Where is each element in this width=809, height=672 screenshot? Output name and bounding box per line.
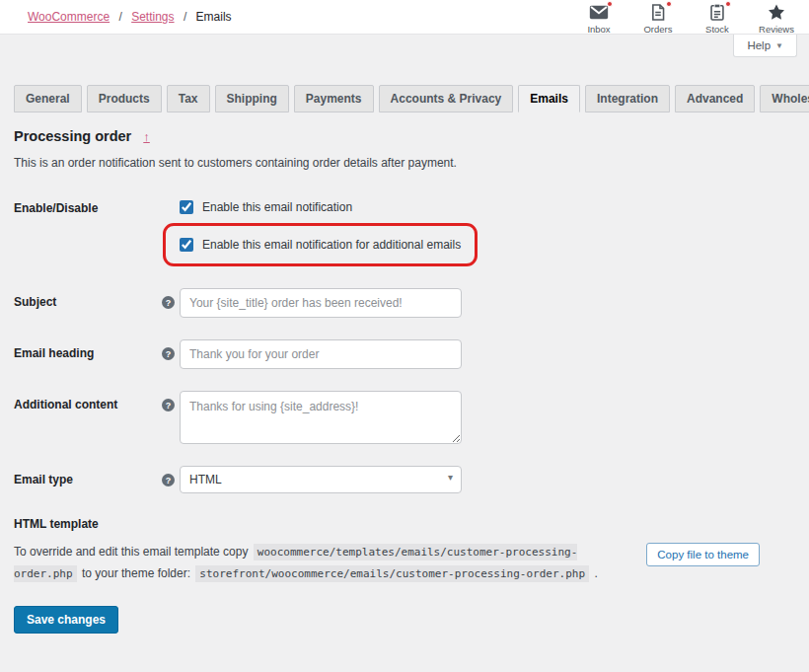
settings-tabs: General Products Tax Shipping Payments A… (14, 85, 795, 112)
template-text-1: To override and edit this email template… (14, 545, 248, 559)
breadcrumb-separator: / (184, 10, 186, 24)
html-template-row: To override and edit this email template… (14, 542, 795, 584)
orders-icon (648, 3, 669, 22)
reviews-star-icon (767, 3, 787, 22)
help-label: Help (747, 39, 771, 51)
email-type-select-wrap: HTML ▾ (180, 466, 462, 493)
notification-badge (607, 1, 613, 7)
tab-products[interactable]: Products (87, 85, 162, 112)
help-icon[interactable]: ? (162, 399, 175, 411)
enable-disable-row: Enable/Disable Enable this email notific… (14, 194, 795, 266)
return-to-emails-link[interactable]: ↑ (143, 129, 150, 144)
inbox-icon (589, 3, 610, 22)
enable-email-text: Enable this email notification (202, 200, 352, 214)
tab-tax[interactable]: Tax (167, 85, 210, 112)
help-icon[interactable]: ? (162, 474, 175, 486)
email-type-label: Email type (14, 466, 162, 486)
tab-shipping[interactable]: Shipping (215, 85, 289, 112)
orders-button[interactable]: Orders (635, 3, 681, 35)
reviews-label: Reviews (759, 24, 794, 35)
breadcrumb: WooCommerce / Settings / Emails (28, 10, 232, 24)
breadcrumb-current-page: Emails (196, 10, 232, 24)
enable-email-option[interactable]: Enable this email notification (180, 194, 478, 214)
orders-label: Orders (643, 24, 672, 35)
help-button[interactable]: Help ▼ (733, 35, 797, 57)
breadcrumb-separator: / (118, 10, 121, 24)
template-text-3: . (594, 566, 597, 580)
email-type-row: Email type ? HTML ▾ (14, 466, 795, 493)
tab-emails[interactable]: Emails (518, 85, 580, 112)
enable-disable-field: Enable this email notification Enable th… (180, 194, 478, 266)
help-icon[interactable]: ? (162, 296, 175, 309)
additional-content-label: Additional content (14, 391, 162, 411)
template-text-2: to your theme folder: (82, 566, 190, 580)
inbox-button[interactable]: Inbox (576, 3, 622, 35)
subject-row: Subject ? (14, 288, 795, 318)
template-theme-path: storefront/woocommerce/emails/customer-p… (195, 565, 589, 582)
subject-label: Subject (14, 288, 162, 309)
additional-content-textarea[interactable] (180, 391, 462, 444)
red-highlight-annotation: Enable this email notification for addit… (163, 223, 478, 266)
html-template-title: HTML template (14, 517, 795, 531)
enable-disable-label: Enable/Disable (14, 194, 162, 215)
tab-integration[interactable]: Integration (585, 85, 670, 112)
breadcrumb-woocommerce-link[interactable]: WooCommerce (28, 10, 110, 24)
reviews-button[interactable]: Reviews (754, 3, 799, 35)
email-type-select[interactable]: HTML (180, 466, 462, 493)
inbox-label: Inbox (587, 24, 610, 35)
stock-icon (707, 3, 728, 22)
enable-additional-emails-text: Enable this email notification for addit… (202, 238, 461, 252)
notification-badge (725, 1, 731, 7)
chevron-down-icon: ▼ (775, 41, 783, 50)
email-heading-label: Email heading (14, 339, 162, 360)
additional-content-row: Additional content ? (14, 391, 795, 444)
help-row: Help ▼ (0, 35, 809, 57)
stock-label: Stock (705, 24, 729, 35)
activity-panel: Inbox Orders Stock Reviews (576, 0, 799, 35)
enable-email-checkbox[interactable] (180, 200, 193, 214)
top-header-bar: WooCommerce / Settings / Emails Inbox Or… (0, 0, 809, 35)
breadcrumb-settings-link[interactable]: Settings (131, 10, 174, 24)
save-changes-button[interactable]: Save changes (14, 606, 118, 634)
tab-advanced[interactable]: Advanced (675, 85, 755, 112)
tab-payments[interactable]: Payments (294, 85, 374, 112)
enable-additional-emails-option[interactable]: Enable this email notification for addit… (180, 238, 461, 252)
email-heading-row: Email heading ? (14, 339, 795, 369)
stock-button[interactable]: Stock (695, 3, 740, 35)
page-title: Processing order ↑ (14, 128, 795, 144)
settings-content: General Products Tax Shipping Payments A… (0, 57, 809, 634)
subject-input[interactable] (180, 288, 462, 318)
enable-additional-emails-checkbox[interactable] (180, 238, 193, 252)
tab-wholesale[interactable]: Wholesale (760, 85, 809, 112)
email-description: This is an order notification sent to cu… (14, 156, 795, 170)
tab-accounts-privacy[interactable]: Accounts & Privacy (379, 85, 514, 112)
tab-general[interactable]: General (14, 85, 82, 112)
email-heading-input[interactable] (180, 339, 462, 369)
copy-file-to-theme-button[interactable]: Copy file to theme (646, 543, 760, 566)
notification-badge (666, 1, 672, 7)
page-title-text: Processing order (14, 128, 131, 144)
help-icon[interactable]: ? (162, 347, 175, 360)
template-instructions: To override and edit this email template… (14, 542, 632, 584)
